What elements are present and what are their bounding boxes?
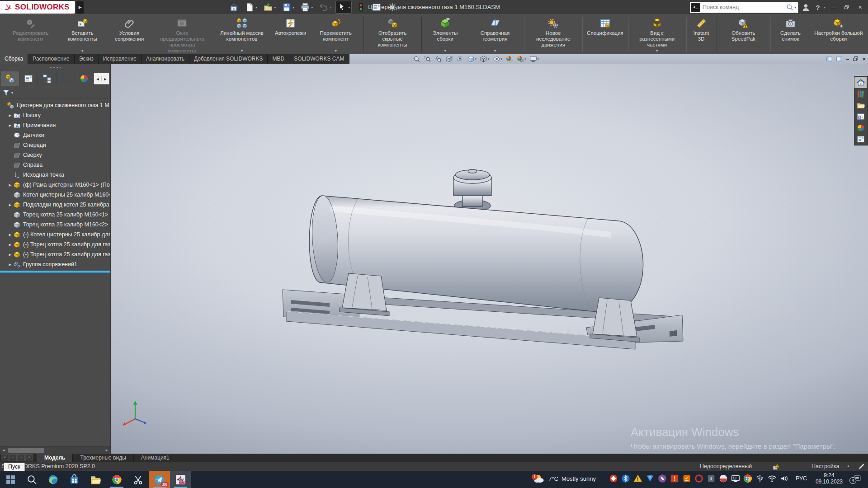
displaymanager-tab[interactable] (75, 71, 94, 86)
tree-horizontal-scrollbar[interactable]: ◂ ▸ (0, 446, 110, 454)
ribbon-bom-button[interactable]: Спецификация (584, 15, 627, 54)
dropdown-caret-icon[interactable]: ▾ (311, 5, 313, 9)
first-tab-button[interactable]: « (1, 454, 9, 461)
hide-show-items-button[interactable]: ▾ (493, 55, 503, 63)
language-indicator[interactable]: РУС (792, 475, 811, 482)
tree-item-5[interactable]: Сверху (0, 150, 110, 160)
anydesk-icon[interactable] (609, 474, 618, 483)
command-search-box[interactable]: >_ ▾ (690, 2, 798, 13)
home-pane-button[interactable] (854, 77, 867, 88)
rebuild-warning-icon[interactable] (772, 463, 780, 471)
options-gear-button[interactable]: ▾ (386, 1, 401, 13)
tree-item-10[interactable]: ▶Подкладки под котел 25 калибра М (0, 200, 110, 210)
previous-view-button[interactable] (434, 55, 442, 63)
taskbar-search-button[interactable] (21, 471, 42, 488)
tab-model[interactable]: Модель (37, 454, 73, 462)
propertymanager-tab[interactable] (19, 71, 38, 86)
doc-close-button[interactable]: × (862, 54, 866, 64)
dropdown-caret-icon[interactable]: ▾ (330, 5, 331, 9)
ribbon-exploded-view-button[interactable]: Вид с разнесенными частями▾ (630, 15, 684, 54)
dropdown-caret-icon[interactable]: ▾ (255, 5, 257, 9)
selection-toggle-button[interactable] (354, 1, 367, 13)
dropdown-caret-icon[interactable]: ▾ (524, 57, 526, 61)
expand-arrow-icon[interactable]: ▶ (7, 113, 13, 117)
tree-item-4[interactable]: Спереди (0, 140, 110, 150)
appearances-button[interactable] (854, 122, 867, 133)
menu-expand-arrow-icon[interactable]: ▶ (76, 1, 84, 14)
dropdown-caret-icon[interactable]: ▾ (348, 5, 350, 9)
tree-item-9[interactable]: Котел цистерны 25 калибр М160<1 (0, 190, 110, 200)
ribbon-show-hidden-button[interactable]: Отобразить скрытые компоненты (365, 15, 420, 54)
ribbon-reference-geometry-button[interactable]: Справочная геометрия▾ (467, 15, 523, 54)
doc-restore-button[interactable] (852, 56, 859, 62)
apply-scene-button[interactable]: ▾ (516, 55, 526, 63)
store-button[interactable] (64, 471, 85, 488)
command-search-input[interactable] (701, 4, 786, 10)
edit-appearance-button[interactable] (505, 55, 513, 63)
expand-arrow-icon[interactable]: ▶ (7, 123, 13, 127)
alert-cube-icon[interactable] (670, 474, 679, 483)
tank-assembly-model[interactable] (111, 64, 868, 454)
ribbon-instant3d-button[interactable]: Instant 3D (688, 15, 715, 54)
filter-funnel-icon[interactable] (2, 89, 10, 97)
design-library-button[interactable] (854, 88, 867, 99)
scrollbar-thumb[interactable] (8, 448, 44, 453)
tab-scroll-left-icon[interactable]: ◂ (94, 76, 101, 81)
expand-arrow-icon[interactable]: ▶ (7, 243, 13, 247)
tab-animation[interactable]: Анимация1 (134, 454, 177, 462)
view-palette-button[interactable] (854, 111, 867, 122)
tree-item-13[interactable]: ▶(-) Котел цистерны 25 калибр для г (0, 230, 110, 239)
java-icon[interactable] (682, 474, 692, 483)
configurationmanager-tab[interactable] (38, 71, 57, 86)
weather-widget[interactable]: 1 7°C Mostly sunny (529, 473, 600, 485)
bluetooth-icon[interactable] (621, 474, 631, 483)
tab-solidworks-cam[interactable]: SOLIDWORKS CAM (289, 54, 349, 64)
prev-tab-button[interactable]: ‹ (9, 454, 17, 461)
solidworks-logo[interactable]: SOLIDWORKS (0, 1, 75, 14)
featuremanager-tab[interactable] (1, 71, 19, 86)
doc-minimize-button[interactable]: – (846, 54, 849, 64)
tree-item-2[interactable]: ▶Примечания (0, 120, 110, 130)
ribbon-mate-button[interactable]: Условия сопряжения (106, 15, 152, 54)
usb-icon[interactable] (755, 474, 765, 483)
tree-item-0[interactable]: Цистерна для сжиженного газа 1 М160 (0, 100, 110, 110)
tab-scroll-right-icon[interactable]: ▸ (101, 76, 109, 81)
zoom-to-fit-button[interactable] (413, 55, 420, 63)
dropdown-caret-icon[interactable]: ▾ (501, 57, 503, 61)
tree-item-16[interactable]: ▶Группа сопряжений1 (0, 259, 110, 269)
tree-item-7[interactable]: Исходная точка (0, 170, 110, 180)
taskbar-clock[interactable]: 9:24 09.10.2023 (812, 472, 846, 485)
zoom-to-area-button[interactable] (424, 55, 431, 63)
new-doc-button[interactable]: ▾ (243, 1, 259, 13)
ribbon-motion-study-button[interactable]: Новое исследование движения (526, 15, 580, 54)
help-dropdown-icon[interactable]: ▾ (824, 5, 826, 9)
chrome-button[interactable] (106, 471, 127, 488)
configuration-caret-icon[interactable]: ▴ (847, 464, 849, 468)
save-button[interactable]: ▾ (280, 1, 296, 13)
print-button[interactable]: ▾ (299, 1, 314, 13)
tab-sketch[interactable]: Эскиз (75, 54, 99, 64)
opera-icon[interactable] (694, 474, 704, 483)
view-orientation-button[interactable]: ▾ (467, 55, 477, 63)
expand-arrow-icon[interactable]: ▶ (7, 233, 13, 237)
tree-item-11[interactable]: Торец котла 25 калибр М160<1> -> (0, 210, 110, 220)
ribbon-insert-component-button[interactable]: Вставить компоненты▾ (58, 15, 106, 54)
tree-item-15[interactable]: ▶(-) Торец котла 25 калибр для газа (0, 249, 110, 259)
minimize-button[interactable]: – (827, 2, 839, 13)
ribbon-snapshot-button[interactable]: Сделать снимок (772, 15, 809, 54)
search-dropdown-icon[interactable]: ▾ (794, 5, 796, 9)
tab-solidworks-addins[interactable]: Добавления SOLIDWORKS (189, 54, 268, 64)
vpn-icon[interactable] (645, 474, 655, 483)
section-view-button[interactable] (445, 55, 453, 63)
pane-preview-icon[interactable] (826, 56, 833, 62)
tab-3d-views[interactable]: Трехмерные виды (73, 454, 133, 462)
tab-repair[interactable]: Исправление (99, 54, 142, 64)
scroll-left-icon[interactable]: ◂ (0, 448, 7, 452)
viber-icon[interactable] (657, 474, 667, 483)
restore-button[interactable] (840, 2, 853, 13)
dropdown-caret-icon[interactable]: ▾ (488, 57, 490, 61)
ribbon-speedpak-button[interactable]: Обновить SpeedPak (718, 15, 769, 54)
last-tab-button[interactable]: » (25, 454, 33, 461)
edge-button[interactable] (42, 471, 64, 488)
filter-dropdown-icon[interactable]: ▾ (11, 91, 13, 95)
